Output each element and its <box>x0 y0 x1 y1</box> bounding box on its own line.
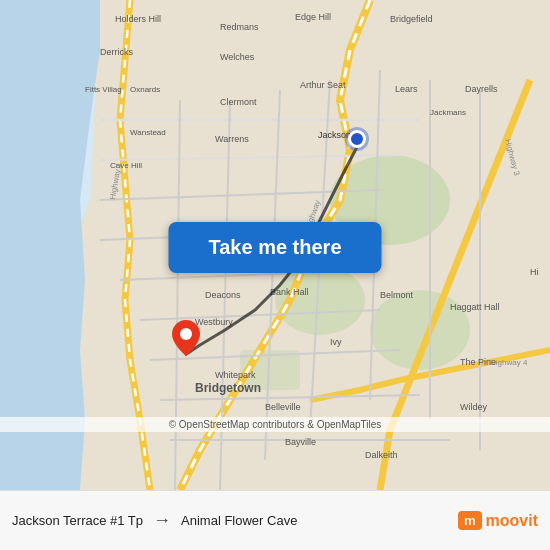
svg-text:Hi: Hi <box>530 267 539 277</box>
svg-text:Westbury: Westbury <box>195 317 233 327</box>
svg-text:Welches: Welches <box>220 52 255 62</box>
svg-text:Wanstead: Wanstead <box>130 128 166 137</box>
map-attribution: © OpenStreetMap contributors & OpenMapTi… <box>0 417 550 432</box>
svg-text:Lears: Lears <box>395 84 418 94</box>
svg-text:Bridgetown: Bridgetown <box>195 381 261 395</box>
svg-text:Oxnards: Oxnards <box>130 85 160 94</box>
origin-label: Jackson Terrace #1 Tp <box>12 513 143 528</box>
take-me-there-button[interactable]: Take me there <box>168 222 381 273</box>
svg-text:Arthur Seat: Arthur Seat <box>300 80 346 90</box>
destination-label: Animal Flower Cave <box>181 513 297 528</box>
svg-text:Haggatt Hall: Haggatt Hall <box>450 302 500 312</box>
svg-text:Belmont: Belmont <box>380 290 414 300</box>
svg-text:Derricks: Derricks <box>100 47 133 57</box>
svg-text:Highway 4: Highway 4 <box>490 358 528 367</box>
svg-text:Fitts Villag: Fitts Villag <box>85 85 122 94</box>
svg-text:Bridgefield: Bridgefield <box>390 14 433 24</box>
svg-text:Edge Hill: Edge Hill <box>295 12 331 22</box>
svg-text:Dalkeith: Dalkeith <box>365 450 398 460</box>
svg-text:Redmans: Redmans <box>220 22 259 32</box>
direction-arrow: → <box>153 510 171 531</box>
svg-text:Jackson: Jackson <box>318 130 351 140</box>
footer-bar: Jackson Terrace #1 Tp → Animal Flower Ca… <box>0 490 550 550</box>
svg-text:Clermont: Clermont <box>220 97 257 107</box>
svg-text:Holders Hill: Holders Hill <box>115 14 161 24</box>
map-container: Holders Hill Redmans Edge Hill Bridgefie… <box>0 0 550 490</box>
svg-text:Ivy: Ivy <box>330 337 342 347</box>
svg-point-56 <box>180 328 192 340</box>
moovit-m-icon: m <box>458 511 482 530</box>
svg-text:Whitepark: Whitepark <box>215 370 256 380</box>
svg-text:Dayrells: Dayrells <box>465 84 498 94</box>
svg-text:Bayville: Bayville <box>285 437 316 447</box>
svg-text:Warrens: Warrens <box>215 134 249 144</box>
svg-text:Wildey: Wildey <box>460 402 488 412</box>
svg-text:Deacons: Deacons <box>205 290 241 300</box>
svg-text:Jackmans: Jackmans <box>430 108 466 117</box>
moovit-text: moovit <box>486 512 538 530</box>
svg-text:Belleville: Belleville <box>265 402 301 412</box>
moovit-logo: m moovit <box>458 511 538 530</box>
red-pin-marker <box>172 320 200 356</box>
blue-dot-marker <box>348 130 366 148</box>
